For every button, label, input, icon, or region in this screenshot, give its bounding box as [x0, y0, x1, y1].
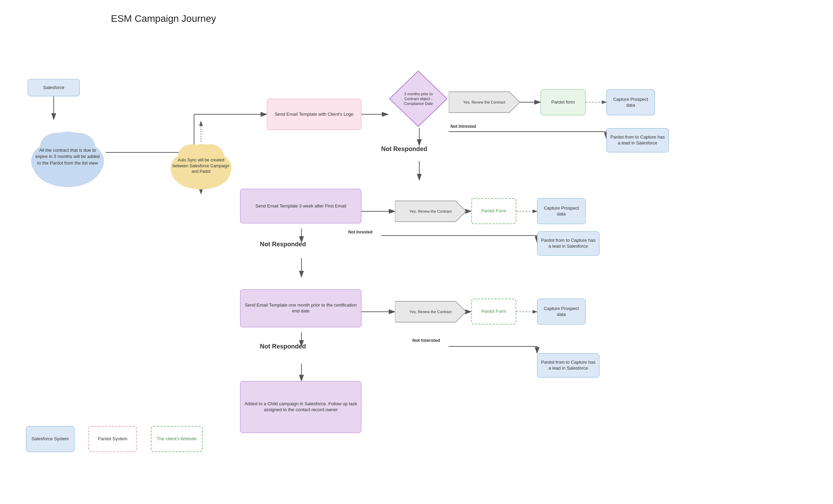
- legend-website: The client's Website: [151, 426, 203, 452]
- salesforce-label: Salesforce: [43, 85, 64, 91]
- send-email-2-box: Send Email Template 3 week after First E…: [240, 189, 361, 223]
- legend-salesforce: Salesforce System: [26, 426, 74, 452]
- not-interested-1-label: Not Intrested: [450, 124, 476, 129]
- capture-1: Capture Prospect data: [606, 89, 655, 115]
- diamond-1: 3 months prior to Contract object - Comp…: [388, 69, 449, 128]
- capture-3: Capture Prospect data: [537, 299, 586, 325]
- salesforce-box: Salesforce: [28, 79, 80, 96]
- page-title: ESM Campaign Journey: [111, 13, 216, 24]
- not-interested-3-label: Not Intersted: [412, 338, 440, 343]
- cloud-label: All the contract that is due to expire i…: [26, 123, 109, 191]
- pardot-form-2: Pardot Form: [471, 198, 516, 224]
- yes-renew-3: Yes, Renew the Contract: [395, 300, 466, 324]
- not-interested-2-label: Not Inrested: [348, 230, 372, 235]
- not-responded-2-label: Not Responded: [260, 241, 306, 248]
- send-email-3-box: Send Email Template one month prior to t…: [240, 289, 361, 327]
- send-email-1-label: Send Email Template with Client's Logo: [275, 112, 354, 117]
- yes-renew-2: Yes, Renew the Contract: [395, 199, 466, 223]
- pardot-form-1: Pardot form: [541, 89, 586, 115]
- pardot-form-3: Pardot Form: [471, 299, 516, 325]
- pardot-capture-1: Pardot from to Capture has a lead in Sal…: [606, 128, 669, 152]
- send-email-2-label: Send Email Template 3 week after First E…: [255, 203, 346, 209]
- capture-2: Capture Prospect data: [537, 198, 586, 224]
- pardot-capture-3: Pardot from to Capture has a lead in Sal…: [537, 353, 599, 378]
- not-responded-3-label: Not Responded: [260, 343, 306, 350]
- diamond-1-label: 3 months prior to Contract object - Comp…: [398, 91, 438, 106]
- pardot-capture-2: Pardot from to Capture has a lead in Sal…: [537, 231, 599, 256]
- not-responded-1-label: Not Responded: [381, 145, 427, 153]
- send-email-1-box: Send Email Template with Client's Logo: [267, 99, 361, 130]
- yes-renew-1: Yes, Renew the Contract: [449, 90, 520, 114]
- send-email-3-label: Send Email Template one month prior to t…: [243, 302, 358, 314]
- child-campaign-box: Added to a Child campaign in Salesforce.…: [240, 381, 361, 433]
- auto-sync-label: Auto Sync will be created between Salesf…: [166, 139, 236, 193]
- legend-pardot: Pardot System: [88, 426, 137, 452]
